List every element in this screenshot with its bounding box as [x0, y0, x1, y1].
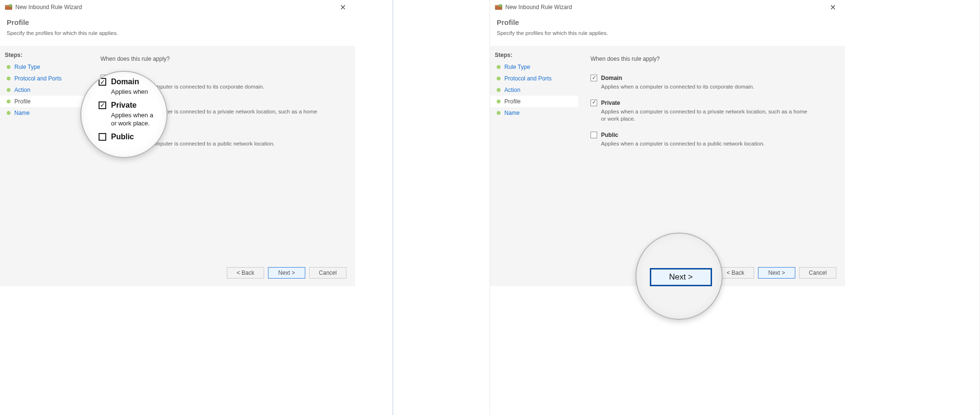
- step-rule-type[interactable]: Rule Type: [490, 61, 578, 73]
- option-label: Public: [601, 132, 618, 138]
- checkbox-private[interactable]: [590, 100, 597, 106]
- option-private: Private Applies when a computer is conne…: [100, 100, 343, 123]
- steps-header: Steps:: [0, 50, 88, 61]
- step-protocol-ports[interactable]: Protocol and Ports: [0, 73, 88, 84]
- page-header: Profile Specify the profiles for which t…: [490, 14, 845, 40]
- option-desc: Applies when a computer is connected to …: [601, 140, 813, 148]
- question-text: When does this rule apply?: [100, 56, 343, 62]
- steps-sidebar: Steps: Rule Type Protocol and Ports Acti…: [0, 46, 88, 286]
- button-bar: < Back Next > Cancel: [227, 267, 346, 279]
- window-title: New Inbound Rule Wizard: [505, 4, 572, 11]
- option-desc: Applies when a computer is connected to …: [111, 140, 323, 148]
- next-button[interactable]: Next >: [758, 267, 795, 279]
- step-label: Name: [504, 110, 520, 116]
- steps-header: Steps:: [490, 50, 578, 61]
- step-dot-icon: [7, 77, 11, 80]
- option-desc: Applies when a computer is connected to …: [111, 83, 323, 91]
- svg-point-7: [499, 4, 502, 7]
- next-button[interactable]: Next >: [268, 267, 305, 279]
- window-title: New Inbound Rule Wizard: [15, 4, 82, 11]
- step-dot-icon: [497, 88, 501, 92]
- step-profile[interactable]: Profile: [490, 96, 578, 107]
- option-desc: Applies when a computer is connected to …: [601, 108, 813, 123]
- checkbox-domain[interactable]: [100, 75, 107, 81]
- page-title: Profile: [497, 18, 838, 26]
- checkbox-private[interactable]: [100, 100, 107, 106]
- firewall-icon: [5, 3, 12, 11]
- panel-divider: [392, 0, 393, 415]
- step-dot-icon: [7, 88, 11, 92]
- back-button[interactable]: < Back: [227, 267, 264, 279]
- option-desc: Applies when a computer is connected to …: [111, 108, 323, 123]
- step-label: Action: [14, 87, 30, 93]
- option-label: Private: [111, 100, 130, 106]
- cancel-button[interactable]: Cancel: [799, 267, 836, 279]
- step-name[interactable]: Name: [490, 107, 578, 119]
- step-dot-icon: [7, 100, 11, 103]
- step-dot-icon: [7, 65, 11, 69]
- panel-left: New Inbound Rule Wizard ✕ Profile Specif…: [0, 0, 490, 415]
- step-protocol-ports[interactable]: Protocol and Ports: [490, 73, 578, 84]
- content-pane: When does this rule apply? Domain Applie…: [88, 46, 355, 286]
- step-profile[interactable]: Profile: [0, 96, 88, 107]
- question-text: When does this rule apply?: [590, 56, 833, 62]
- option-domain: Domain Applies when a computer is connec…: [100, 75, 343, 91]
- step-rule-type[interactable]: Rule Type: [0, 61, 88, 73]
- page-subtitle: Specify the profiles for which this rule…: [7, 30, 348, 36]
- option-desc: Applies when a computer is connected to …: [601, 83, 813, 91]
- page-header: Profile Specify the profiles for which t…: [0, 14, 355, 40]
- option-label: Domain: [111, 75, 132, 81]
- option-domain: Domain Applies when a computer is connec…: [590, 75, 833, 91]
- step-name[interactable]: Name: [0, 107, 88, 119]
- step-dot-icon: [497, 65, 501, 69]
- option-private: Private Applies when a computer is conne…: [590, 100, 833, 123]
- close-icon[interactable]: ✕: [333, 0, 352, 14]
- step-label: Profile: [504, 98, 521, 105]
- step-label: Protocol and Ports: [14, 75, 62, 82]
- titlebar: New Inbound Rule Wizard ✕: [490, 0, 845, 14]
- option-public: Public Applies when a computer is connec…: [590, 132, 833, 148]
- steps-sidebar: Steps: Rule Type Protocol and Ports Acti…: [490, 46, 578, 286]
- option-label: Domain: [601, 75, 622, 81]
- panel-right: New Inbound Rule Wizard ✕ Profile Specif…: [490, 0, 980, 415]
- step-dot-icon: [497, 111, 501, 115]
- content-pane: When does this rule apply? Domain Applie…: [578, 46, 845, 286]
- step-dot-icon: [497, 100, 501, 103]
- page-subtitle: Specify the profiles for which this rule…: [497, 30, 838, 36]
- checkbox-domain[interactable]: [590, 75, 597, 81]
- wizard-window: New Inbound Rule Wizard ✕ Profile Specif…: [490, 0, 845, 286]
- checkbox-public[interactable]: [100, 132, 107, 138]
- svg-point-3: [9, 4, 12, 7]
- step-dot-icon: [497, 77, 501, 80]
- step-action[interactable]: Action: [490, 84, 578, 96]
- step-label: Rule Type: [504, 64, 530, 70]
- checkbox-public[interactable]: [590, 132, 597, 138]
- step-label: Action: [504, 87, 520, 93]
- option-public: Public Applies when a computer is connec…: [100, 132, 343, 148]
- wizard-window: New Inbound Rule Wizard ✕ Profile Specif…: [0, 0, 355, 286]
- option-label: Public: [111, 132, 128, 138]
- step-action[interactable]: Action: [0, 84, 88, 96]
- step-label: Rule Type: [14, 64, 40, 70]
- option-label: Private: [601, 100, 620, 106]
- button-bar: < Back Next > Cancel: [717, 267, 836, 279]
- step-label: Protocol and Ports: [504, 75, 552, 82]
- step-label: Name: [14, 110, 30, 116]
- step-label: Profile: [14, 98, 31, 105]
- page-title: Profile: [7, 18, 348, 26]
- back-button[interactable]: < Back: [717, 267, 754, 279]
- close-icon[interactable]: ✕: [823, 0, 842, 14]
- cancel-button[interactable]: Cancel: [309, 267, 346, 279]
- titlebar: New Inbound Rule Wizard ✕: [0, 0, 355, 14]
- step-dot-icon: [7, 111, 11, 115]
- firewall-icon: [495, 3, 502, 11]
